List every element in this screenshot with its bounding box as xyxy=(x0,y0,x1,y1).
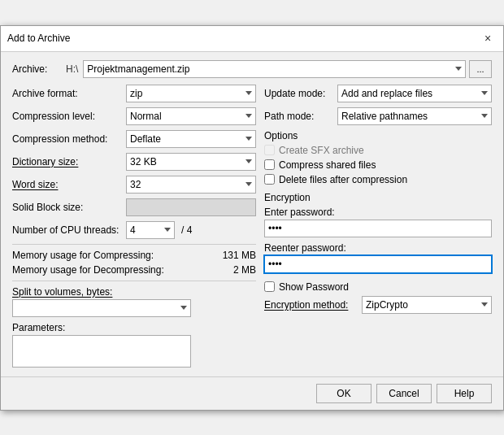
update-mode-label: Update mode: xyxy=(264,88,337,99)
memory-compressing-label: Memory usage for Compressing: xyxy=(12,250,154,261)
ok-button[interactable]: OK xyxy=(316,384,371,403)
delete-after-checkbox[interactable] xyxy=(264,174,275,185)
word-size-label: Word size: xyxy=(12,179,126,190)
encryption-method-label: Encryption method: xyxy=(264,299,362,311)
cpu-threads-label: Number of CPU threads: xyxy=(12,224,126,236)
compress-shared-checkbox[interactable] xyxy=(264,159,275,170)
cpu-threads-select[interactable]: 4 xyxy=(126,221,175,239)
solid-block-label: Solid Block size: xyxy=(12,202,126,213)
archive-path-prefix: H:\ xyxy=(66,63,78,75)
compression-method-label: Compression method: xyxy=(12,133,126,145)
split-label: Split to volumes, bytes: xyxy=(12,286,112,298)
update-mode-select[interactable]: Add and replace files xyxy=(337,85,492,102)
archive-format-select[interactable]: zip xyxy=(126,85,256,102)
archive-label: Archive: xyxy=(12,63,61,75)
parameters-input[interactable] xyxy=(12,335,191,368)
enter-password-input[interactable] xyxy=(264,220,492,237)
compression-method-select[interactable]: Deflate xyxy=(126,130,256,148)
create-sfx-label: Create SFX archive xyxy=(279,145,364,156)
memory-decompressing-label: Memory usage for Decompressing: xyxy=(12,264,164,276)
title-bar: Add to Archive × xyxy=(1,26,503,52)
compression-level-label: Compression level: xyxy=(12,111,126,122)
help-button[interactable]: Help xyxy=(437,384,492,403)
split-select[interactable] xyxy=(12,299,191,317)
show-password-label: Show Password xyxy=(279,281,349,293)
footer: OK Cancel Help xyxy=(1,376,503,410)
reenter-password-label: Reenter password: xyxy=(264,242,492,254)
enter-password-label: Enter password: xyxy=(264,207,492,218)
add-to-archive-dialog: Add to Archive × Archive: H:\ Projektman… xyxy=(0,25,504,411)
compress-shared-label: Compress shared files xyxy=(279,159,376,171)
dialog-title: Add to Archive xyxy=(7,33,70,44)
memory-compressing-value: 131 MB xyxy=(223,250,256,261)
close-button[interactable]: × xyxy=(479,29,497,47)
memory-decompressing-value: 2 MB xyxy=(233,264,256,276)
encryption-method-select[interactable]: ZipCrypto xyxy=(362,296,492,314)
show-password-checkbox[interactable] xyxy=(264,281,275,292)
encryption-title: Encryption xyxy=(264,192,492,203)
parameters-label: Parameters: xyxy=(12,322,256,333)
dictionary-size-select[interactable]: 32 KB xyxy=(126,153,256,171)
path-mode-label: Path mode: xyxy=(264,111,337,122)
create-sfx-checkbox xyxy=(264,145,275,155)
archive-format-label: Archive format: xyxy=(12,88,126,99)
word-size-select[interactable]: 32 xyxy=(126,176,256,194)
archive-filename-select[interactable]: Projektmanagement.zip xyxy=(83,60,466,78)
compression-level-select[interactable]: Normal xyxy=(126,107,256,125)
solid-block-input xyxy=(126,198,256,216)
reenter-password-input[interactable] xyxy=(264,255,492,273)
path-mode-select[interactable]: Relative pathnames xyxy=(337,107,492,125)
options-title: Options xyxy=(264,130,492,141)
cpu-threads-total: / 4 xyxy=(181,224,192,236)
delete-after-label: Delete files after compression xyxy=(279,174,407,185)
cancel-button[interactable]: Cancel xyxy=(376,384,432,403)
dictionary-size-label: Dictionary size: xyxy=(12,156,126,167)
browse-button[interactable]: ... xyxy=(469,60,492,78)
